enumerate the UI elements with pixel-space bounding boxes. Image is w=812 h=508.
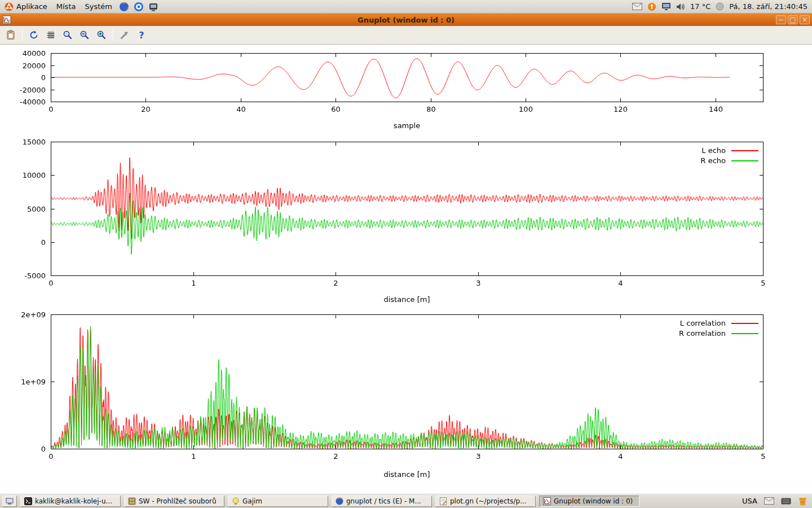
zoom-next-button[interactable] xyxy=(94,28,109,42)
chart-echo: L echo R echo distance [m] xyxy=(0,134,812,303)
legend-line-sample xyxy=(731,323,758,324)
maximize-button[interactable]: □ xyxy=(788,15,798,24)
legend-item: L correlation xyxy=(680,319,758,327)
chart-signal: sample xyxy=(0,45,812,134)
zoom-button[interactable] xyxy=(60,28,75,42)
legend-label: R correlation xyxy=(679,329,726,338)
display-icon[interactable] xyxy=(661,2,671,11)
trash-icon[interactable] xyxy=(798,496,807,506)
text-editor-icon xyxy=(439,497,447,505)
keyboard-layout-indicator[interactable]: USA xyxy=(742,497,757,505)
task-button-file-manager[interactable]: SW - Prohlížeč souborů xyxy=(124,496,224,507)
legend-label: L echo xyxy=(701,146,726,155)
firefox-launcher[interactable] xyxy=(117,0,131,13)
legend-label: R echo xyxy=(700,156,726,165)
chart-echo-legend: L echo R echo xyxy=(700,146,758,165)
menu-system-label: Systém xyxy=(85,2,112,11)
legend-item: R echo xyxy=(700,156,758,165)
show-desktop-button[interactable] xyxy=(2,496,17,507)
task-button-firefox[interactable]: gnuplot / tics (E) - M... xyxy=(332,496,432,507)
titlebar[interactable]: Gnuplot (window id : 0) − □ × xyxy=(0,14,812,26)
gnuplot-window: Gnuplot (window id : 0) − □ × xyxy=(0,14,812,493)
task-button-editor[interactable]: plot.gn (~/projects/p... xyxy=(435,496,536,507)
keyboard-icon[interactable] xyxy=(781,498,791,505)
task-button-gnuplot[interactable]: Gnuplot (window id : 0) xyxy=(539,496,639,507)
gnuplot-icon xyxy=(543,497,551,505)
menu-places-label: Místa xyxy=(56,2,76,11)
wrench-icon xyxy=(120,30,130,40)
update-notifier-icon[interactable] xyxy=(647,2,656,11)
legend-line-sample xyxy=(731,150,758,151)
panel-menus: Aplikace Místa Systém xyxy=(0,0,161,13)
clipboard-icon xyxy=(6,30,16,40)
panel-status-area: 17 °C Pá, 18. září, 21:40:45 xyxy=(632,0,812,13)
chart-echo-canvas[interactable] xyxy=(0,134,812,303)
window-title: Gnuplot (window id : 0) xyxy=(0,16,812,24)
file-manager-icon xyxy=(128,497,136,505)
firefox-icon xyxy=(336,497,343,505)
gnuplot-toolbar: ? xyxy=(0,26,812,45)
window-controls: − □ × xyxy=(776,15,810,24)
help-launcher[interactable] xyxy=(131,0,146,13)
refresh-icon xyxy=(29,30,39,40)
volume-icon[interactable] xyxy=(676,3,685,11)
terminal-icon xyxy=(24,497,32,505)
clock[interactable]: Pá, 18. září, 21:40:45 xyxy=(729,2,807,11)
task-label: plot.gn (~/projects/p... xyxy=(450,497,527,505)
menu-applications[interactable]: Aplikace xyxy=(0,0,52,13)
gajim-icon xyxy=(232,497,240,505)
task-label: Gnuplot (window id : 0) xyxy=(554,497,633,505)
magnifier-plus-icon xyxy=(96,30,107,40)
minimize-button[interactable]: − xyxy=(776,15,786,24)
grid-toggle-button[interactable] xyxy=(43,28,58,42)
close-button[interactable]: × xyxy=(800,15,810,24)
task-button-terminal[interactable]: kaklik@kaklik-kolej-u... xyxy=(20,496,121,507)
help-lifering-icon xyxy=(134,2,144,12)
grid-icon xyxy=(46,30,56,40)
copy-clipboard-button[interactable] xyxy=(3,28,18,42)
magnifier-icon xyxy=(63,30,73,40)
menu-places[interactable]: Místa xyxy=(52,0,81,13)
mail-icon[interactable] xyxy=(764,497,774,505)
chart-echo-xlabel: distance [m] xyxy=(51,295,763,304)
show-desktop-icon xyxy=(6,498,14,505)
mail-notifier-icon[interactable] xyxy=(632,3,642,10)
task-label: SW - Prohlížeč souborů xyxy=(139,497,217,505)
legend-label: L correlation xyxy=(680,319,726,327)
chart-correlation: L correlation R correlation distance [m] xyxy=(0,303,812,478)
screenshot-icon xyxy=(148,2,158,12)
legend-item: R correlation xyxy=(679,329,758,338)
menu-applications-label: Aplikace xyxy=(16,2,47,11)
task-label: kaklik@kaklik-kolej-u... xyxy=(35,497,112,505)
magnifier-minus-icon xyxy=(80,30,90,40)
screenshot-launcher[interactable] xyxy=(146,0,161,13)
plot-area-filler xyxy=(0,478,812,493)
toolbar-separator xyxy=(113,29,113,41)
top-panel: Aplikace Místa Systém 17 °C xyxy=(0,0,812,14)
question-icon: ? xyxy=(139,30,144,41)
taskbar: kaklik@kaklik-kolej-u... SW - Prohlížeč … xyxy=(0,493,812,508)
legend-line-sample xyxy=(731,333,758,334)
task-label: Gajim xyxy=(242,497,262,505)
zoom-previous-button[interactable] xyxy=(77,28,92,42)
chart-signal-xlabel: sample xyxy=(51,121,763,130)
chart-correlation-xlabel: distance [m] xyxy=(51,470,763,479)
task-button-gajim[interactable]: Gajim xyxy=(228,496,328,507)
chart-correlation-legend: L correlation R correlation xyxy=(679,319,758,338)
chart-signal-canvas[interactable] xyxy=(0,45,812,134)
task-label: gnuplot / tics (E) - M... xyxy=(346,497,421,505)
gnuplot-window-icon xyxy=(2,15,11,24)
taskbar-status-area: USA xyxy=(742,496,810,506)
ubuntu-logo-icon xyxy=(5,2,14,11)
legend-line-sample xyxy=(731,160,758,161)
menu-system[interactable]: Systém xyxy=(80,0,116,13)
legend-item: L echo xyxy=(701,146,758,155)
plot-area: sample L echo R echo distance [m] L corr xyxy=(0,45,812,493)
firefox-icon xyxy=(119,2,129,12)
temperature: 17 °C xyxy=(690,2,710,11)
help-button[interactable]: ? xyxy=(134,28,149,42)
replot-button[interactable] xyxy=(27,28,41,42)
toolbar-separator xyxy=(22,29,23,41)
weather-icon[interactable] xyxy=(716,2,724,11)
settings-button[interactable] xyxy=(117,28,132,42)
